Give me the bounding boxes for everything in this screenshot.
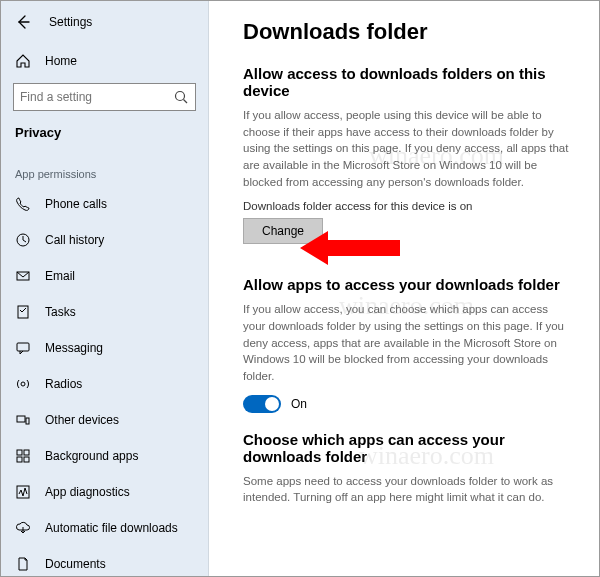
email-icon — [15, 268, 31, 284]
devices-icon — [15, 412, 31, 428]
phone-icon — [15, 196, 31, 212]
section2-title: Allow apps to access your downloads fold… — [243, 276, 573, 293]
nav-messaging[interactable]: Messaging — [1, 330, 208, 366]
svg-rect-5 — [18, 306, 28, 318]
section2-desc: If you allow access, you can choose whic… — [243, 301, 573, 384]
search-box[interactable] — [13, 83, 196, 111]
nav-home[interactable]: Home — [1, 43, 208, 79]
nav-label: Background apps — [45, 449, 138, 463]
nav-background-apps[interactable]: Background apps — [1, 438, 208, 474]
svg-rect-11 — [24, 450, 29, 455]
nav-label: Phone calls — [45, 197, 107, 211]
header-row: Settings — [1, 1, 208, 43]
section3-title: Choose which apps can access your downlo… — [243, 431, 573, 465]
messaging-icon — [15, 340, 31, 356]
section1-title: Allow access to downloads folders on thi… — [243, 65, 573, 99]
change-button[interactable]: Change — [243, 218, 323, 244]
app-title: Settings — [49, 15, 92, 29]
settings-window: Settings Home Privacy App permissions Ph… — [0, 0, 600, 577]
svg-point-1 — [176, 92, 185, 101]
nav-documents[interactable]: Documents — [1, 546, 208, 576]
toggle-label: On — [291, 397, 307, 411]
section1-desc: If you allow access, people using this d… — [243, 107, 573, 190]
svg-rect-12 — [17, 457, 22, 462]
svg-rect-13 — [24, 457, 29, 462]
sidebar-scroll[interactable]: Settings Home Privacy App permissions Ph… — [1, 1, 208, 576]
main-content[interactable]: Downloads folder Allow access to downloa… — [209, 1, 599, 576]
sidebar: Settings Home Privacy App permissions Ph… — [1, 1, 209, 576]
category-app-permissions: App permissions — [1, 150, 208, 186]
nav-phone-calls[interactable]: Phone calls — [1, 186, 208, 222]
home-label: Home — [45, 54, 77, 68]
access-toggle[interactable] — [243, 395, 281, 413]
documents-icon — [15, 556, 31, 572]
nav-label: Documents — [45, 557, 106, 571]
bgapps-icon — [15, 448, 31, 464]
cloud-download-icon — [15, 520, 31, 536]
nav-label: Radios — [45, 377, 82, 391]
svg-line-2 — [184, 100, 188, 104]
nav-label: Email — [45, 269, 75, 283]
diagnostics-icon — [15, 484, 31, 500]
nav-label: Other devices — [45, 413, 119, 427]
nav-call-history[interactable]: Call history — [1, 222, 208, 258]
search-icon — [173, 89, 189, 105]
home-icon — [15, 53, 31, 69]
nav-other-devices[interactable]: Other devices — [1, 402, 208, 438]
radios-icon — [15, 376, 31, 392]
svg-rect-9 — [26, 418, 29, 424]
nav-label: Call history — [45, 233, 104, 247]
section1-status: Downloads folder access for this device … — [243, 200, 573, 212]
section3-desc: Some apps need to access your downloads … — [243, 473, 573, 506]
search-input[interactable] — [20, 90, 173, 104]
svg-rect-10 — [17, 450, 22, 455]
nav-app-diagnostics[interactable]: App diagnostics — [1, 474, 208, 510]
svg-rect-8 — [17, 416, 25, 422]
tasks-icon — [15, 304, 31, 320]
nav-auto-file-downloads[interactable]: Automatic file downloads — [1, 510, 208, 546]
nav-label: Messaging — [45, 341, 103, 355]
nav-label: Automatic file downloads — [45, 521, 178, 535]
nav-tasks[interactable]: Tasks — [1, 294, 208, 330]
svg-rect-6 — [17, 343, 29, 351]
page-title: Downloads folder — [243, 19, 573, 45]
nav-radios[interactable]: Radios — [1, 366, 208, 402]
nav-label: App diagnostics — [45, 485, 130, 499]
toggle-row: On — [243, 395, 573, 413]
nav-label: Tasks — [45, 305, 76, 319]
back-icon[interactable] — [15, 14, 31, 30]
svg-point-7 — [21, 382, 25, 386]
nav-email[interactable]: Email — [1, 258, 208, 294]
history-icon — [15, 232, 31, 248]
section-privacy: Privacy — [1, 119, 208, 150]
